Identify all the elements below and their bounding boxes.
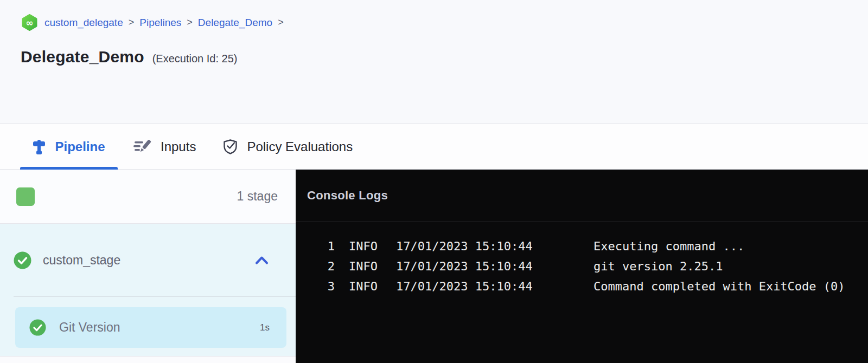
execution-tab-bar: Pipeline Inputs Policy Evaluations — [0, 124, 868, 170]
log-level: INFO — [349, 236, 378, 256]
log-line: 1 INFO 17/01/2023 15:10:44 Executing com… — [327, 236, 868, 256]
step-name-label: Git Version — [59, 320, 260, 335]
log-line-number: 3 — [327, 276, 335, 296]
stage-panel: 1 stage custom_stage Git Version — [0, 170, 296, 363]
project-hexagon-infinity-icon: ∞ — [22, 14, 37, 31]
execution-id-label: (Execution Id: 25) — [152, 53, 238, 65]
page-title: Delegate_Demo — [21, 48, 144, 66]
title-row: Delegate_Demo (Execution Id: 25) — [21, 48, 237, 66]
log-timestamp: 17/01/2023 15:10:44 — [396, 236, 533, 256]
success-check-icon — [29, 319, 46, 336]
log-level: INFO — [349, 256, 378, 276]
log-message: Command completed with ExitCode (0) — [593, 276, 845, 296]
pipeline-execution-page: ∞ custom_delegate > Pipelines > Delegate… — [0, 0, 868, 363]
log-level: INFO — [349, 276, 378, 296]
log-timestamp: 17/01/2023 15:10:44 — [396, 276, 533, 296]
tab-policy-evaluations-label: Policy Evaluations — [247, 139, 353, 154]
log-line: 3 INFO 17/01/2023 15:10:44 Command compl… — [327, 276, 868, 296]
page-header: ∞ custom_delegate > Pipelines > Delegate… — [0, 0, 868, 124]
stage-status-square — [16, 187, 35, 206]
stage-name-label: custom_stage — [43, 253, 255, 268]
log-line-number: 1 — [327, 236, 335, 256]
breadcrumb-link-pipelines[interactable]: Pipelines — [139, 17, 181, 29]
console-log-lines: 1 INFO 17/01/2023 15:10:44 Executing com… — [296, 222, 868, 296]
pipeline-icon — [33, 139, 46, 155]
console-logs-panel: Console Logs 1 INFO 17/01/2023 15:10:44 … — [296, 170, 868, 363]
console-logs-title: Console Logs — [307, 189, 388, 203]
tab-pipeline[interactable]: Pipeline — [20, 124, 118, 170]
tab-policy-evaluations[interactable]: Policy Evaluations — [223, 124, 353, 170]
step-row-git-version[interactable]: Git Version 1s — [15, 307, 286, 348]
stage-panel-header: 1 stage — [0, 170, 296, 224]
log-message: git version 2.25.1 — [593, 256, 723, 276]
stage-section: custom_stage Git Version 1s — [0, 224, 296, 356]
tab-inputs-label: Inputs — [161, 139, 196, 154]
step-duration-label: 1s — [260, 322, 270, 333]
log-timestamp: 17/01/2023 15:10:44 — [396, 256, 533, 276]
chevron-up-icon[interactable] — [255, 256, 269, 265]
breadcrumb-separator: > — [277, 17, 284, 28]
policy-shield-icon — [223, 139, 238, 155]
breadcrumb-separator: > — [186, 17, 193, 28]
console-logs-header: Console Logs — [296, 170, 868, 222]
step-list-divider — [14, 296, 296, 297]
tab-inputs[interactable]: Inputs — [133, 124, 196, 170]
breadcrumb-separator: > — [128, 17, 135, 28]
svg-text:∞: ∞ — [25, 17, 33, 28]
log-line-number: 2 — [327, 256, 335, 276]
tab-pipeline-label: Pipeline — [55, 139, 105, 154]
success-check-icon — [14, 251, 31, 269]
breadcrumb: ∞ custom_delegate > Pipelines > Delegate… — [22, 14, 284, 31]
breadcrumb-link-project[interactable]: custom_delegate — [44, 17, 123, 29]
inputs-edit-icon — [133, 139, 151, 154]
stage-count-label: 1 stage — [237, 189, 278, 204]
active-tab-underline — [20, 167, 118, 170]
log-message: Executing command ... — [593, 236, 744, 256]
log-line: 2 INFO 17/01/2023 15:10:44 git version 2… — [327, 256, 868, 276]
breadcrumb-link-pipeline-name[interactable]: Delegate_Demo — [198, 17, 272, 29]
stage-row-custom-stage[interactable]: custom_stage — [0, 224, 296, 296]
